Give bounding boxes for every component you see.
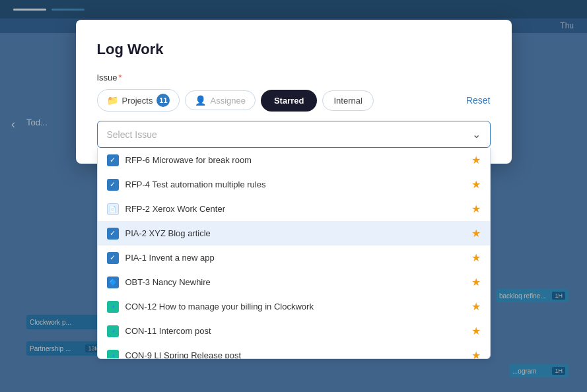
dropdown-item-con11[interactable]: 🔹 CON-11 Intercom post ★ — [98, 319, 490, 343]
internal-label: Internal — [333, 96, 362, 106]
dropdown-item-obt3[interactable]: 🔷 OBT-3 Nancy Newhire ★ — [98, 270, 490, 294]
modal-title: Log Work — [97, 41, 491, 58]
dropdown-item-rfp6[interactable]: ✓ RFP-6 Microwave for break room ★ — [98, 148, 490, 172]
item-text-rfp6: RFP-6 Microwave for break room — [125, 155, 465, 165]
star-icon-con9[interactable]: ★ — [471, 349, 481, 359]
star-icon-rfp6[interactable]: ★ — [471, 154, 481, 166]
filter-row: 📁 Projects 11 👤 Assignee Starred Interna… — [97, 89, 491, 112]
dropdown-item-pia1[interactable]: ✓ PIA-1 Invent a new app ★ — [98, 245, 490, 270]
issue-type-icon-rfp6: ✓ — [107, 154, 119, 166]
chevron-down-icon: ⌄ — [472, 128, 481, 141]
issue-type-icon-con9: 🔹 — [107, 350, 119, 360]
item-text-pia1: PIA-1 Invent a new app — [125, 253, 465, 263]
dropdown-item-rfp2[interactable]: 📄 RFP-2 Xerox Work Center ★ — [98, 197, 490, 221]
star-icon-con12[interactable]: ★ — [471, 300, 481, 313]
issue-type-icon-rfp4: ✓ — [107, 179, 119, 191]
projects-badge: 11 — [156, 94, 170, 107]
item-text-rfp4: RFP-4 Test automation multiple rules — [125, 180, 465, 189]
modal-overlay: Log Work Issue * 📁 Projects 11 👤 Assigne… — [0, 0, 587, 392]
issue-type-icon-rfp2: 📄 — [107, 203, 119, 215]
issue-dropdown: ✓ RFP-6 Microwave for break room ★ ✓ RFP… — [97, 148, 491, 359]
star-icon-pia1[interactable]: ★ — [471, 251, 481, 264]
item-text-con12: CON-12 How to manage your billing in Clo… — [125, 302, 465, 311]
star-icon-pia2[interactable]: ★ — [471, 227, 481, 240]
required-indicator: * — [119, 73, 122, 82]
item-text-obt3: OBT-3 Nancy Newhire — [125, 277, 465, 287]
item-text-rfp2: RFP-2 Xerox Work Center — [125, 204, 465, 214]
assignee-icon: 👤 — [195, 95, 206, 106]
internal-filter-button[interactable]: Internal — [322, 90, 373, 111]
issue-type-icon-pia1: ✓ — [107, 252, 119, 264]
star-icon-obt3[interactable]: ★ — [471, 276, 481, 288]
dropdown-scroll-area[interactable]: ✓ RFP-6 Microwave for break room ★ ✓ RFP… — [98, 148, 490, 359]
item-text-con11: CON-11 Intercom post — [125, 326, 465, 336]
projects-label: Projects — [122, 96, 153, 106]
projects-filter-button[interactable]: 📁 Projects 11 — [97, 89, 180, 112]
star-icon-con11[interactable]: ★ — [471, 325, 481, 337]
star-icon-rfp2[interactable]: ★ — [471, 203, 481, 215]
dropdown-item-rfp4[interactable]: ✓ RFP-4 Test automation multiple rules ★ — [98, 172, 490, 197]
issue-type-icon-pia2: ✓ — [107, 228, 119, 240]
dropdown-item-con12[interactable]: 🔹 CON-12 How to manage your billing in C… — [98, 294, 490, 319]
dropdown-item-con9[interactable]: 🔹 CON-9 LI Spring Release post ★ — [98, 343, 490, 359]
star-icon-rfp4[interactable]: ★ — [471, 178, 481, 191]
starred-label: Starred — [274, 96, 304, 106]
folder-icon: 📁 — [107, 95, 118, 106]
issue-type-icon-obt3: 🔷 — [107, 277, 119, 288]
issue-select-box[interactable]: Select Issue ⌄ — [97, 121, 491, 148]
issue-type-icon-con11: 🔹 — [107, 325, 119, 337]
starred-filter-button[interactable]: Starred — [261, 90, 318, 112]
select-placeholder: Select Issue — [107, 129, 157, 140]
issue-type-icon-con12: 🔹 — [107, 301, 119, 313]
assignee-label: Assignee — [210, 96, 245, 106]
dropdown-item-pia2[interactable]: ✓ PIA-2 XYZ Blog article ★ — [98, 221, 490, 245]
issue-select-container: Select Issue ⌄ ✓ RFP-6 Microwave for bre… — [97, 121, 491, 148]
item-text-pia2: PIA-2 XYZ Blog article — [125, 228, 465, 238]
log-work-modal: Log Work Issue * 📁 Projects 11 👤 Assigne… — [76, 20, 512, 164]
issue-label: Issue * — [97, 73, 491, 82]
assignee-filter-button[interactable]: 👤 Assignee — [185, 90, 255, 110]
reset-button[interactable]: Reset — [466, 95, 491, 106]
item-text-con9: CON-9 LI Spring Release post — [125, 350, 465, 359]
